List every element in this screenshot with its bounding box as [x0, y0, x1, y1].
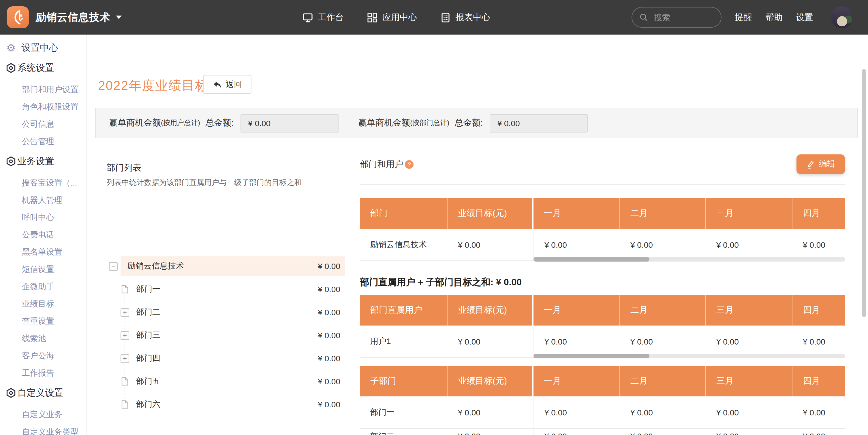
sidebar-item-custom-business-type[interactable]: 自定义业务类型 — [0, 423, 86, 435]
expand-toggle-icon[interactable]: + — [121, 354, 129, 363]
divider — [360, 184, 845, 185]
department-list-panel: 部门列表 列表中统计数据为该部门直属用户与一级子部门的目标之和 − 励销云信息技… — [107, 163, 345, 428]
won-by-user-label: 赢单商机金额 — [109, 118, 161, 129]
col-header-direct-user: 部门直属用户 — [360, 295, 447, 326]
col-header-feb: 二月 — [620, 366, 706, 396]
back-button-label: 返回 — [226, 79, 242, 90]
sidebar-item-call-center[interactable]: 呼叫中心 — [0, 208, 86, 226]
horizontal-scrollbar-track[interactable] — [533, 257, 845, 262]
tree-node-label: 部门五 — [136, 376, 160, 387]
vertical-scrollbar-thumb[interactable] — [862, 69, 866, 317]
sidebar-item-wecom[interactable]: 企微助手 — [0, 278, 86, 295]
nav-app-center[interactable]: 应用中心 — [367, 12, 417, 23]
cell-mar: ¥ 0.00 — [706, 396, 793, 428]
cell-target: ¥ 0.00 — [447, 326, 533, 357]
back-button[interactable]: 返回 — [203, 75, 251, 94]
expand-toggle-icon[interactable]: + — [121, 308, 129, 316]
nav-report-center[interactable]: 报表中心 — [440, 12, 490, 23]
settings-link[interactable]: 设置 — [796, 12, 813, 23]
cell-sub-dept-name: 部门二 — [360, 429, 447, 435]
reply-arrow-icon — [213, 80, 222, 89]
sidebar-section-system[interactable]: 系统设置 — [0, 59, 86, 77]
cell-jan: ¥ 0.00 — [533, 396, 620, 428]
cell-feb: ¥ 0.00 — [620, 429, 706, 435]
tree-row-dept3[interactable]: + 部门三 ¥ 0.00 — [107, 324, 345, 347]
cell-sub-dept-name: 部门一 — [360, 396, 447, 428]
tree-node-value: ¥ 0.00 — [318, 308, 340, 317]
sidebar-item-announcement[interactable]: 公告管理 — [0, 133, 86, 150]
dept-sum-title: 部门直属用户 + 子部门目标之和: ¥ 0.00 — [360, 276, 522, 289]
collapse-toggle-icon[interactable]: − — [109, 262, 118, 270]
tree-row-dept4[interactable]: + 部门四 ¥ 0.00 — [107, 347, 345, 370]
sidebar-item-dedup[interactable]: 查重设置 — [0, 312, 86, 330]
primary-nav: 工作台 应用中心 报表中心 — [302, 0, 490, 35]
cell-target: ¥ 0.00 — [447, 429, 533, 435]
brand[interactable]: 励销云信息技术 — [7, 6, 121, 28]
col-header-feb: 二月 — [620, 295, 706, 326]
sidebar-item-company-info[interactable]: 公司信息 — [0, 115, 86, 133]
cell-dept-name: 励销云信息技术 — [360, 229, 447, 260]
help-question-icon[interactable]: ? — [405, 160, 413, 169]
tree-node-value: ¥ 0.00 — [318, 377, 340, 386]
cell-target: ¥ 0.00 — [447, 396, 533, 428]
tree-node-value: ¥ 0.00 — [318, 262, 340, 271]
tree-node-value: ¥ 0.00 — [318, 331, 340, 340]
search-input[interactable] — [653, 12, 713, 23]
dept-list-title: 部门列表 — [107, 163, 345, 173]
cell-jan: ¥ 0.00 — [533, 229, 620, 260]
tree-row-dept2[interactable]: + 部门二 ¥ 0.00 — [107, 301, 345, 324]
total-amount-label: 总金额: — [205, 118, 234, 129]
global-search[interactable] — [631, 7, 721, 28]
tree-node-label: 励销云信息技术 — [127, 261, 184, 271]
col-header-mar: 三月 — [706, 198, 793, 229]
sidebar-root-label: 设置中心 — [21, 42, 58, 54]
sidebar-item-soukebao[interactable]: 搜客宝设置（... — [0, 174, 86, 191]
sidebar-item-customer-sea[interactable]: 客户公海 — [0, 347, 86, 364]
tree-node-label: 部门三 — [136, 330, 160, 340]
sidebar-item-work-report[interactable]: 工作报告 — [0, 364, 86, 381]
user-avatar[interactable] — [831, 6, 853, 28]
archer-logo-glyph — [10, 10, 25, 25]
cell-feb: ¥ 0.00 — [620, 326, 706, 357]
tree-row-dept1[interactable]: 部门一 ¥ 0.00 — [107, 278, 345, 301]
sidebar-item-performance-goal[interactable]: 业绩目标 — [0, 295, 86, 312]
topbar-right: 提醒 帮助 设置 — [631, 0, 868, 35]
sidebar-section-label: 业务设置 — [17, 155, 54, 167]
sidebar-root-settings-center[interactable]: ⚙ 设置中心 — [0, 39, 86, 57]
cell-apr: ¥ 0.00 — [793, 326, 845, 357]
sidebar-item-free-phone[interactable]: 公费电话 — [0, 226, 86, 243]
nav-workbench[interactable]: 工作台 — [302, 12, 344, 23]
tree-row-root[interactable]: − 励销云信息技术 ¥ 0.00 — [107, 255, 345, 278]
horizontal-scrollbar-thumb[interactable] — [533, 257, 649, 262]
col-header-apr: 四月 — [793, 198, 845, 229]
sidebar-item-sms[interactable]: 短信设置 — [0, 260, 86, 278]
sidebar-item-custom-business[interactable]: 自定义业务 — [0, 406, 86, 423]
sidebar-item-roles[interactable]: 角色和权限设置 — [0, 98, 86, 115]
sidebar-item-robot[interactable]: 机器人管理 — [0, 191, 86, 208]
edit-button[interactable]: 编辑 — [797, 155, 845, 174]
sidebar-item-blacklist[interactable]: 黑名单设置 — [0, 243, 86, 260]
sidebar-item-dept-user[interactable]: 部门和用户设置 — [0, 81, 86, 98]
expand-toggle-icon[interactable]: + — [121, 331, 129, 340]
horizontal-scrollbar-track[interactable] — [533, 354, 845, 358]
sidebar-section-custom[interactable]: 自定义设置 — [0, 384, 86, 402]
sidebar-section-business[interactable]: 业务设置 — [0, 152, 86, 171]
sidebar-section-system-items: 部门和用户设置 角色和权限设置 公司信息 公告管理 — [0, 81, 86, 150]
col-header-jan: 一月 — [533, 198, 620, 229]
document-icon — [121, 285, 129, 294]
dept-user-detail-panel: 部门和用户 ? 编辑 部门 业绩目标(元) 一月 二月 三月 四 — [360, 155, 845, 435]
tree-node-label: 部门一 — [136, 284, 160, 294]
tree-row-dept5[interactable]: 部门五 ¥ 0.00 — [107, 370, 345, 393]
won-by-user-total-input[interactable] — [241, 114, 339, 132]
table-header-row: 部门直属用户 业绩目标(元) 一月 二月 三月 四月 — [360, 295, 845, 326]
reminder-link[interactable]: 提醒 — [735, 12, 752, 23]
tree-row-dept6[interactable]: 部门六 ¥ 0.00 — [107, 393, 345, 416]
sidebar-item-lead-pool[interactable]: 线索池 — [0, 330, 86, 347]
total-amount-label: 总金额: — [455, 118, 483, 129]
won-by-dept-total-input[interactable] — [490, 114, 588, 132]
horizontal-scrollbar-thumb[interactable] — [533, 354, 649, 358]
cell-mar: ¥ 0.00 — [706, 326, 793, 357]
help-link[interactable]: 帮助 — [765, 12, 783, 23]
chevron-down-icon[interactable] — [116, 15, 121, 19]
dept-goal-table: 部门 业绩目标(元) 一月 二月 三月 四月 励销云信息技术 ¥ 0.00 ¥ … — [360, 198, 845, 261]
